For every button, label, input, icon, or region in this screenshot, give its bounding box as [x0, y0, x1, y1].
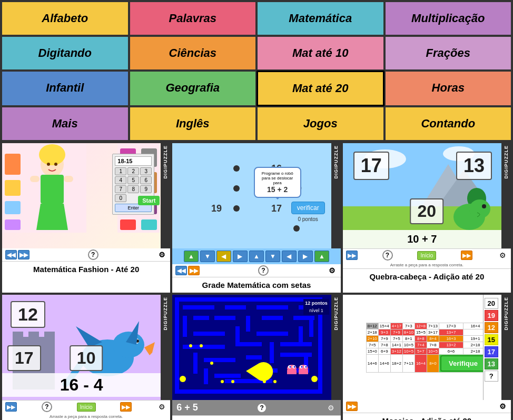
game5-settings[interactable]: ⚙	[326, 403, 337, 413]
game4-fwd[interactable]: ▶▶	[5, 402, 17, 412]
nav-btn-ciencias[interactable]: Ciências	[129, 36, 257, 71]
mc[interactable]: 14+1	[390, 342, 402, 348]
mc[interactable]: 2+10	[366, 335, 378, 342]
key-3[interactable]: 3	[140, 167, 152, 175]
game1-help[interactable]: ?	[88, 249, 98, 260]
nav-btn-contando[interactable]: Contando	[384, 106, 512, 141]
nav-btn-fracoes[interactable]: Frações	[384, 36, 512, 71]
verify-button[interactable]: Verifique	[440, 355, 486, 372]
start-button[interactable]: Start	[138, 196, 160, 205]
mc[interactable]: 10+5	[402, 348, 415, 354]
game-card-pacman[interactable]: 12 pontos nível 1 DIGIPUZZLE 6 + 5 ? ⚙ P…	[171, 294, 341, 420]
mc[interactable]: 13+7	[439, 329, 463, 335]
mc-verify[interactable]: Verifique	[439, 354, 487, 372]
mc[interactable]: 16+4	[415, 354, 427, 372]
nav-btn-alfabeto[interactable]: Alfabeto	[1, 1, 129, 36]
game3-fwd[interactable]: ▶▶	[346, 251, 358, 260]
game-card-puzzle-add[interactable]: 17 13 20 10 + 7 DIGIPUZZLE ▶▶ ? Início ▶…	[342, 142, 512, 294]
mc[interactable]: 6+6	[439, 348, 463, 354]
arrow-up-green[interactable]: ▲	[184, 251, 199, 262]
key-9[interactable]: 9	[140, 185, 152, 193]
game4-settings[interactable]: ⚙	[156, 402, 167, 412]
arrow-up2[interactable]: ▲	[249, 251, 264, 262]
key-6[interactable]: 6	[140, 176, 152, 184]
arrow-down2[interactable]: ▼	[265, 251, 280, 262]
nav-btn-multiplicacao[interactable]: Multiplicação	[384, 1, 512, 36]
game6-settings[interactable]: ⚙	[497, 401, 508, 412]
mc[interactable]: 7+5	[366, 342, 378, 348]
mc[interactable]: 15+0	[366, 348, 378, 354]
mc[interactable]: 10+5	[402, 342, 415, 348]
verificar-button[interactable]: verificar	[291, 202, 325, 214]
mc[interactable]: 7+8	[378, 342, 390, 348]
nav-btn-digitando[interactable]: Digitando	[1, 36, 129, 71]
nav-btn-matematica[interactable]: Matemática	[256, 1, 384, 36]
mc[interactable]: 5+7	[415, 348, 427, 354]
game1-settings[interactable]: ⚙	[156, 249, 167, 260]
mc[interactable]: 7+8	[427, 342, 439, 348]
mc[interactable]: 6+9	[378, 348, 390, 354]
mc[interactable]: 3+12	[390, 348, 402, 354]
key-8[interactable]: 8	[127, 185, 139, 193]
arrow-right2[interactable]: ▶	[298, 251, 313, 262]
mc[interactable]: 8+12	[366, 323, 378, 329]
mc[interactable]: 9+3	[378, 329, 390, 335]
nav-btn-mat20[interactable]: Mat até 20	[256, 71, 384, 106]
game-card-grid[interactable]: 16 20 19 17	[171, 142, 341, 294]
arrow-left-yellow[interactable]: ◀	[216, 251, 231, 262]
game1-fwd[interactable]: ▶▶	[18, 250, 29, 259]
key-2[interactable]: 2	[127, 167, 139, 175]
game5-help[interactable]: ?	[256, 403, 267, 413]
mc[interactable]: 8+0	[427, 354, 439, 372]
game1-prev[interactable]: ◀◀	[5, 250, 17, 259]
nav-btn-palavras[interactable]: Palavras	[129, 1, 257, 36]
mc[interactable]: 15+4	[378, 323, 390, 329]
game3-inicio[interactable]: Início	[417, 251, 436, 260]
mc[interactable]: 14+6	[366, 354, 378, 372]
mc[interactable]: 16+3	[439, 335, 463, 342]
mc[interactable]: 7+13	[402, 354, 415, 372]
game3-fwd2[interactable]: ▶▶	[461, 251, 472, 260]
nav-btn-mat10[interactable]: Mat até 10	[256, 36, 384, 71]
arrow-up3[interactable]: ▲	[314, 251, 329, 262]
game3-help[interactable]: ?	[382, 250, 393, 261]
game-card-mosaic[interactable]: 20 19 12 15 17 13 ? 8+12 15+4 4+17 7+3 1…	[342, 294, 512, 420]
mc[interactable]: 3+17	[427, 329, 439, 335]
mc[interactable]: 8+4	[427, 335, 439, 342]
mc[interactable]: 12+8	[415, 323, 427, 329]
nav-btn-infantil[interactable]: Infantil	[1, 71, 129, 106]
nav-btn-mais[interactable]: Mais	[1, 106, 129, 141]
mc[interactable]: 14+6	[378, 354, 390, 372]
game4-help[interactable]: ?	[42, 402, 52, 412]
score-q[interactable]: ?	[485, 371, 498, 382]
mc[interactable]: 18+2	[390, 354, 402, 372]
key-7[interactable]: 7	[115, 185, 126, 193]
mc[interactable]: 17+3	[439, 323, 463, 329]
game6-fwd[interactable]: ▶▶	[346, 402, 358, 411]
mc[interactable]: 7+3	[402, 323, 415, 329]
game2-prev[interactable]: ◀◀	[175, 266, 187, 275]
game-card-fashion[interactable]: 18-15 1 2 3 4 5 6 7 8 9 0 Enter Start	[1, 142, 171, 294]
game3-settings[interactable]: ⚙	[497, 250, 508, 261]
game2-help[interactable]: ?	[258, 265, 269, 276]
mc[interactable]: 8+8	[415, 335, 427, 342]
key-0[interactable]: 0	[115, 194, 126, 202]
mc[interactable]: 4+17	[390, 323, 402, 329]
mc[interactable]: 7+13	[427, 323, 439, 329]
mc[interactable]: 7+4	[415, 342, 427, 348]
mc[interactable]: 8+1	[402, 335, 415, 342]
game4-inicio[interactable]: Início	[77, 403, 96, 412]
mc[interactable]: 7+5	[390, 335, 402, 342]
mc[interactable]: 7+9	[390, 329, 402, 335]
mc[interactable]: 13+2	[439, 342, 463, 348]
game2-settings[interactable]: ⚙	[327, 265, 338, 276]
key-4[interactable]: 4	[115, 176, 126, 184]
arrow-left2[interactable]: ◀	[282, 251, 297, 262]
game2-fwd[interactable]: ▶▶	[188, 266, 200, 275]
mc[interactable]: 10+5	[427, 348, 439, 354]
nav-btn-horas[interactable]: Horas	[384, 71, 512, 106]
nav-btn-jogos[interactable]: Jogos	[256, 106, 384, 141]
nav-btn-ingles[interactable]: Inglês	[129, 106, 257, 141]
game-card-puzzle-sub[interactable]: 12 17 10 16 - 4 DIGIPUZZLE ▶▶ ? Início ▶…	[1, 294, 171, 420]
mc[interactable]: 15+5	[415, 329, 427, 335]
